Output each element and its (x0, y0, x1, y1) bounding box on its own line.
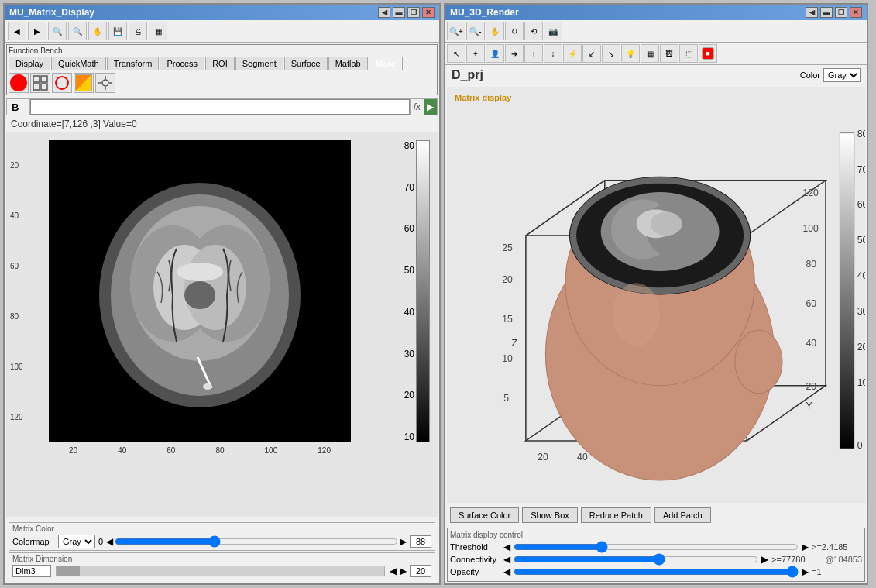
rt-zoom-in[interactable]: 🔍+ (447, 22, 465, 40)
dimension-input[interactable]: Dim3 (12, 565, 51, 577)
left-maximize-btn[interactable]: ▬ (393, 7, 405, 18)
svg-text:30: 30 (857, 306, 865, 317)
rt-rotate[interactable]: ↻ (505, 22, 524, 40)
opacity-slider[interactable] (514, 566, 799, 577)
rt-zoom-out[interactable]: 🔍- (466, 22, 485, 40)
rt2-light[interactable]: 💡 (621, 44, 640, 63)
left-window: MU_Matrix_Display ◀ ▬ ❐ ✕ ◀ ▶ 🔍 🔍 ✋ 💾 🖨 … (3, 3, 441, 585)
left-restore-btn[interactable]: ❐ (407, 7, 420, 18)
toolbar-zoom-in[interactable]: 🔍 (48, 22, 67, 40)
rt2-tool7[interactable]: ⚡ (563, 44, 582, 63)
coordinate-value: Coordinate=[7,126 ,3] Value=0 (11, 119, 137, 129)
toolbar-zoom-out[interactable]: 🔍 (68, 22, 87, 40)
formula-label: B (7, 99, 30, 115)
record-icon-btn[interactable] (9, 73, 29, 93)
tab-display[interactable]: Display (9, 57, 50, 70)
rt2-tool9[interactable]: ↘ (602, 44, 620, 63)
tab-matlab[interactable]: Matlab (328, 57, 368, 70)
pattern-icon-btn[interactable] (74, 73, 94, 93)
settings-icon-btn[interactable] (95, 73, 115, 93)
reduce-patch-btn[interactable]: Reduce Patch (581, 507, 651, 523)
right-close-btn[interactable]: ✕ (850, 7, 862, 18)
grid-icon-btn[interactable] (30, 73, 50, 93)
show-box-btn[interactable]: Show Box (522, 507, 578, 523)
connectivity-value: >=77780 (771, 555, 822, 564)
toolbar-print[interactable]: 🖨 (129, 22, 147, 40)
tab-quickmath[interactable]: QuickMath (51, 57, 106, 70)
rt2-person[interactable]: 👤 (486, 44, 504, 63)
threshold-slider-left[interactable]: ◀ (503, 542, 510, 552)
rt2-arrow[interactable]: ➔ (505, 44, 524, 63)
rt2-cursor[interactable]: + (466, 44, 485, 63)
colormap-label: Colormap (12, 537, 55, 546)
svg-point-4 (102, 80, 108, 86)
y-label-120: 120 (10, 413, 23, 421)
formula-input[interactable] (30, 99, 410, 115)
toolbar-pan[interactable]: ✋ (88, 22, 107, 40)
rt2-tool8[interactable]: ↙ (582, 44, 601, 63)
record-icon (10, 74, 27, 91)
colorbar-labels: 80 70 60 50 40 30 20 10 (404, 140, 414, 442)
svg-rect-3 (41, 84, 47, 90)
rt2-tool12[interactable]: 🖼 (660, 44, 678, 63)
rt2-tool11[interactable]: ▦ (641, 44, 659, 63)
mri-svg (49, 140, 351, 442)
threshold-slider[interactable] (514, 542, 799, 552)
tab-roi[interactable]: ROI (205, 57, 235, 70)
slider-left-arrow[interactable]: ◀ (106, 536, 113, 547)
matrix-dimension-label: Matrix Dimension (12, 555, 431, 563)
scroll-left-arr[interactable]: ◀ (390, 566, 397, 576)
opacity-slider-right[interactable]: ▶ (802, 566, 809, 577)
colormap-slider[interactable] (115, 536, 398, 547)
opacity-slider-left[interactable]: ◀ (503, 566, 510, 577)
brain-3d-svg: Z 25 20 15 10 5 X 20 40 60 80 100 Y 20 4… (447, 87, 865, 503)
svg-text:80: 80 (806, 259, 817, 270)
rt2-stop[interactable]: ■ (699, 44, 717, 63)
rt2-tool6[interactable]: ↕ (544, 44, 562, 63)
tab-transform[interactable]: Transform (107, 57, 160, 70)
right-restore-btn[interactable]: ❐ (835, 7, 847, 18)
scroll-right-arr[interactable]: ▶ (400, 566, 407, 576)
color-select[interactable]: Gray (823, 68, 861, 82)
colorbar: 80 70 60 50 40 30 20 10 (404, 140, 430, 442)
formula-confirm-btn[interactable]: ▶ (424, 99, 437, 115)
tab-process[interactable]: Process (160, 57, 204, 70)
rt-tool5[interactable]: 📷 (544, 22, 562, 40)
left-minimize-btn[interactable]: ◀ (378, 7, 390, 18)
svg-rect-1 (41, 76, 47, 82)
rt2-select[interactable]: ↖ (447, 44, 465, 63)
connectivity-slider-left[interactable]: ◀ (503, 554, 510, 565)
tab-surface[interactable]: Surface (284, 57, 328, 70)
connectivity-slider[interactable] (514, 554, 758, 565)
function-bench: Function Bench Display QuickMath Transfo… (6, 44, 438, 95)
add-patch-btn[interactable]: Add Patch (654, 507, 711, 523)
toolbar-arrow-left[interactable]: ◀ (8, 22, 26, 40)
svg-text:20: 20 (857, 342, 865, 352)
threshold-slider-right[interactable]: ▶ (802, 542, 809, 552)
svg-text:5: 5 (503, 393, 509, 404)
right-window: MU_3D_Render ◀ ▬ ❐ ✕ 🔍+ 🔍- ✋ ↻ ⟲ 📷 ↖ + 👤… (444, 3, 868, 585)
left-close-btn[interactable]: ✕ (422, 7, 435, 18)
surface-color-btn[interactable]: Surface Color (450, 507, 519, 523)
rt2-tool5[interactable]: ↑ (524, 44, 543, 63)
rt-pan[interactable]: ✋ (486, 22, 504, 40)
tab-segment[interactable]: Segment (235, 57, 283, 70)
right-maximize-btn[interactable]: ▬ (820, 7, 833, 18)
toolbar-arrow-right[interactable]: ▶ (28, 22, 46, 40)
dimension-scrollbar[interactable] (56, 566, 385, 576)
toolbar-save[interactable]: 💾 (108, 22, 127, 40)
circle-icon-btn[interactable] (52, 73, 72, 93)
right-window-controls: ◀ ▬ ❐ ✕ (806, 7, 862, 18)
colormap-select[interactable]: Gray (58, 535, 95, 548)
rt-tool4[interactable]: ⟲ (524, 22, 543, 40)
y-label-20: 20 (10, 161, 23, 170)
toolbar-layout[interactable]: ▦ (149, 22, 167, 40)
scrollbar-thumb (57, 566, 80, 576)
cb-70: 70 (404, 182, 414, 193)
slider-right-arrow[interactable]: ▶ (400, 536, 407, 547)
connectivity-slider-right[interactable]: ▶ (761, 554, 768, 565)
tab-more[interactable]: More (369, 57, 403, 70)
matrix-control-title: Matrix display control (450, 531, 862, 539)
rt2-tool13[interactable]: ⬚ (679, 44, 698, 63)
right-minimize-btn[interactable]: ◀ (806, 7, 818, 18)
